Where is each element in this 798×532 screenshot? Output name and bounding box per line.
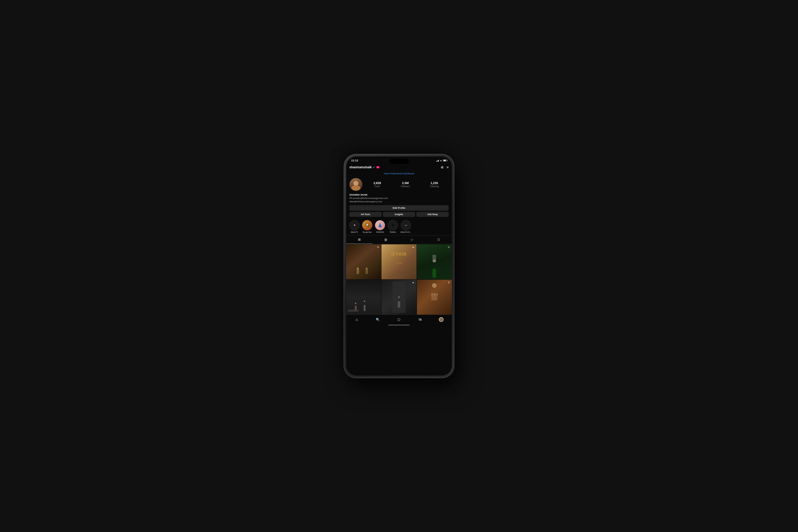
header-actions: ⊕ ≡	[441, 165, 449, 169]
grid-item-2[interactable]: DYAM DYAM ▶	[381, 244, 416, 279]
username-area: shaninamshaik ✔ 9+	[349, 166, 380, 169]
notification-badge[interactable]: 9+	[376, 166, 380, 169]
highlight-recipebox-circle: 🍳	[362, 220, 373, 230]
highlight-beauty-circle: ✦	[349, 220, 360, 230]
signal-bar-2	[437, 161, 437, 162]
highlight-health-inner: ↔	[401, 220, 411, 230]
nav-profile-button[interactable]	[437, 317, 445, 323]
stat-following[interactable]: 1,226 Following	[430, 182, 439, 188]
stats-row: 2,828 Posts 2.5M Followers 1,226 Followi…	[349, 177, 449, 193]
profile-header: shaninamshaik ✔ 9+ ⊕ ≡ View Professional…	[346, 163, 452, 235]
home-bar	[388, 325, 410, 325]
secondary-buttons-row: Ad Tools Insights Add Shop	[349, 212, 449, 217]
avatar[interactable]	[349, 178, 362, 191]
home-icon: ⌂	[356, 317, 358, 322]
add-shop-button[interactable]: Add Shop	[416, 212, 449, 217]
nav-shop-button[interactable]: 🛍	[416, 317, 424, 323]
signal-bar-3	[438, 160, 438, 162]
multiple-posts-icon-6: ⧉	[448, 281, 450, 284]
stat-posts[interactable]: 2,828 Posts	[374, 182, 381, 188]
content-tabs: ⊞ ▦ ▷ ⊡	[346, 235, 452, 244]
highlight-travel-inner: ✈	[388, 220, 398, 230]
edit-profile-button[interactable]: Edit Profile	[349, 205, 449, 211]
avatar-image	[350, 178, 362, 191]
grid-item-4[interactable]	[346, 280, 381, 315]
highlight-travel-label: TRAVEL	[390, 231, 396, 233]
phone-frame: 12:12 ▲	[344, 154, 454, 378]
play-icon: ▷	[411, 238, 414, 242]
posts-label: Posts	[374, 185, 381, 188]
highlight-beauty-label: BEAUTY	[351, 231, 358, 233]
grid-item-1-indicator: ⧉	[377, 245, 380, 248]
search-icon: 🔍	[376, 318, 380, 322]
status-icons: ▲	[436, 159, 447, 162]
home-indicator	[346, 323, 452, 326]
highlights-row: ✦ BEAUTY 🍳 Recipe Box	[349, 218, 449, 235]
grid-item-2-indicator: ▶	[413, 245, 416, 248]
battery-icon	[443, 159, 447, 162]
nav-home-button[interactable]: ⌂	[353, 317, 361, 323]
bio-name: SHANINA SHAIK	[349, 193, 449, 196]
avatar-area	[349, 178, 363, 191]
grid-item-3-indicator: ⧉	[448, 245, 451, 248]
following-count: 1,226	[430, 182, 439, 185]
video-icon-5: ▶	[413, 281, 414, 284]
grid-item-6[interactable]: ⧉	[417, 280, 452, 315]
phone-screen: 12:12 ▲	[346, 156, 452, 376]
bottom-nav: ⌂ 🔍 ⬡ 🛍	[346, 315, 452, 323]
posts-count: 2,828	[374, 182, 381, 185]
multiple-posts-icon-3: ⧉	[448, 246, 450, 248]
tab-reels[interactable]: ▷	[399, 235, 425, 244]
stats-numbers: 2,828 Posts 2.5M Followers 1,226 Followi…	[363, 182, 449, 188]
menu-button[interactable]: ≡	[446, 165, 449, 169]
grid-item-5-indicator: ▶	[413, 281, 416, 283]
highlight-health[interactable]: ↔ HEALTH+FI...	[400, 220, 412, 233]
tab-grid[interactable]: ⊞	[346, 235, 373, 244]
nav-search-button[interactable]: 🔍	[374, 317, 382, 323]
followers-count: 2.5M	[401, 182, 410, 185]
bio-text: PR jennifer@thelionsmanagement.com adee@…	[349, 197, 449, 203]
bio-line2: adee@infinitycreativeagency.com	[349, 201, 382, 203]
highlight-fashion-label: FASHION	[376, 231, 384, 233]
shop-icon: 🛍	[418, 318, 422, 322]
nav-profile-avatar	[439, 317, 443, 322]
add-post-button[interactable]: ⊕	[441, 165, 444, 169]
app-content: shaninamshaik ✔ 9+ ⊕ ≡ View Professional…	[346, 163, 452, 375]
insights-button[interactable]: Insights	[383, 212, 415, 217]
multiple-posts-icon: ⧉	[377, 246, 379, 248]
bio-line1: PR jennifer@thelionsmanagement.com	[349, 197, 388, 200]
tab-reels-grid[interactable]: ▦	[373, 235, 399, 244]
grid-item-5[interactable]: ▶	[381, 280, 416, 315]
video-icon: ▶	[413, 246, 414, 248]
ad-tools-button[interactable]: Ad Tools	[349, 212, 382, 217]
grid-item-3[interactable]: ⧉	[417, 244, 452, 279]
tab-tagged[interactable]: ⊡	[425, 235, 452, 244]
wifi-icon: ▲	[440, 159, 442, 162]
highlight-recipebox[interactable]: 🍳 Recipe Box	[362, 220, 373, 233]
highlight-fashion[interactable]: 👗 FASHION	[375, 220, 385, 233]
scene: 12:12 ▲	[0, 0, 798, 532]
highlight-health-circle: ↔	[401, 220, 411, 230]
tagged-icon: ⊡	[437, 238, 440, 242]
pro-dashboard-anchor[interactable]: View Professional Dashboard	[384, 172, 414, 175]
nav-reels-button[interactable]: ⬡	[395, 317, 403, 323]
highlight-fashion-inner: 👗	[375, 220, 385, 230]
grid-item-1[interactable]: ⧉	[346, 244, 381, 279]
highlight-beauty[interactable]: ✦ BEAUTY	[349, 220, 360, 233]
reels-nav-icon: ⬡	[397, 318, 400, 322]
highlight-recipebox-label: Recipe Box	[363, 231, 372, 233]
followers-label: Followers	[401, 185, 410, 188]
stat-followers[interactable]: 2.5M Followers	[401, 182, 410, 188]
pro-dashboard-link[interactable]: View Professional Dashboard	[349, 171, 449, 177]
bio-section: SHANINA SHAIK PR jennifer@thelionsmanage…	[349, 193, 449, 205]
highlight-beauty-inner: ✦	[349, 220, 359, 230]
following-label: Following	[430, 185, 439, 188]
highlight-travel-circle: ✈	[388, 220, 398, 230]
highlight-travel[interactable]: ✈ TRAVEL	[388, 220, 398, 233]
signal-bar-4	[438, 160, 439, 162]
highlight-fashion-circle: 👗	[375, 220, 385, 230]
grid-item-6-indicator: ⧉	[448, 281, 451, 283]
verified-badge-icon: ✔	[373, 166, 375, 169]
battery-fill	[443, 160, 446, 161]
highlight-health-label: HEALTH+FI...	[400, 231, 412, 233]
